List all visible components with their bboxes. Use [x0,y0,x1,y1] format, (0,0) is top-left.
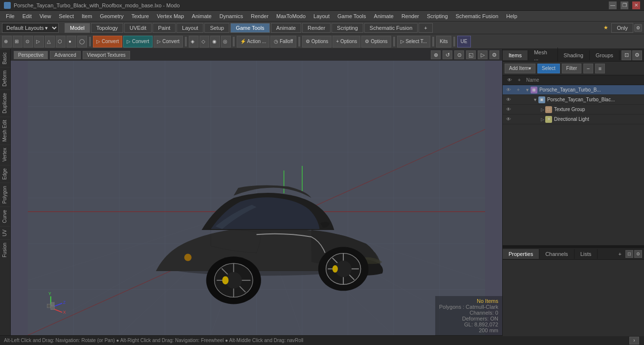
sidebar-item-basic[interactable]: Basic [0,49,10,67]
menu-dynamics[interactable]: Dynamics [216,12,247,20]
tab-lists[interactable]: Lists [575,249,598,259]
select-tool-2[interactable]: ⊞ [13,36,22,47]
menu-animate2[interactable]: Animate [370,12,398,20]
select-tool-7[interactable]: ● [67,36,76,47]
falloff-button[interactable]: ◷ Falloff [270,36,296,47]
menu-schematic-fusion[interactable]: Schematic Fusion [452,12,502,20]
menu-vertex-map[interactable]: Vertex Map [153,12,188,20]
menu-render2[interactable]: Render [398,12,423,20]
tab-mesh[interactable]: Mesh ... [528,47,558,63]
sidebar-item-polygon[interactable]: Polygon [0,183,10,207]
viewport-expand-icon[interactable]: ▷ [478,50,488,59]
expand-arrow[interactable]: ▼ [525,88,530,92]
menu-view[interactable]: View [36,12,55,20]
options-button-1[interactable]: ⚙ Options [302,36,332,47]
only-label[interactable]: Only [611,23,633,33]
select-tool-8[interactable]: ◯ [77,36,87,47]
tool-mode-2[interactable]: ◇ [200,36,209,47]
tab-game-tools[interactable]: Game Tools [230,23,270,33]
close-button[interactable]: ✕ [632,1,640,9]
settings-icon[interactable]: ⚙ [634,24,642,32]
tab-model[interactable]: Model [65,23,90,33]
menu-geometry[interactable]: Geometry [96,12,127,20]
sidebar-item-fusion[interactable]: Fusion [0,239,10,260]
expand-arrow[interactable]: ▷ [541,117,544,122]
tab-render[interactable]: Render [302,23,331,33]
sidebar-item-vertex[interactable]: Vertex [0,144,10,164]
menu-file[interactable]: File [2,12,19,20]
plus-icon[interactable]: + [513,87,523,92]
tab-channels[interactable]: Channels [539,249,574,259]
lower-panel-settings-icon[interactable]: ⚙ [634,250,642,258]
tab-paint[interactable]: Paint [153,23,176,33]
add-item-button[interactable]: Add Item ▾ [505,64,535,73]
tab-schematic-fusion[interactable]: Schematic Fusion [364,23,418,33]
tab-animate[interactable]: Animate [271,23,301,33]
convert-button-2[interactable]: ▷ Convert [123,36,153,47]
lower-panel-expand-icon[interactable]: ⊡ [625,250,633,258]
viewport-fit-icon[interactable]: ⊕ [431,50,441,59]
tab-items[interactable]: Items [503,50,528,60]
sidebar-item-uv[interactable]: UV [0,226,10,239]
menu-game-tools[interactable]: Game Tools [333,12,370,20]
panel-settings-icon[interactable]: ⚙ [632,50,642,60]
tool-mode-4[interactable]: ◎ [221,36,231,47]
minimize-button[interactable]: — [609,1,617,9]
tab-add[interactable]: + [419,23,432,33]
maximize-button[interactable]: ❐ [621,1,628,9]
viewport-zoom-icon[interactable]: ⊙ [454,50,464,59]
filter-button[interactable]: Filter [562,64,581,73]
list-item[interactable]: 👁 ▷ ⬚ Texture Group [503,105,644,115]
viewport-reset-icon[interactable]: ↺ [443,50,452,59]
select-button[interactable]: Select [537,64,560,73]
layout-dropdown[interactable]: Default Layouts ▾ [2,23,59,33]
tab-layout[interactable]: Layout [177,23,203,33]
sidebar-item-edge[interactable]: Edge [0,165,10,183]
menu-animate[interactable]: Animate [188,12,215,20]
tab-uvedit[interactable]: UVEdit [124,23,152,33]
menu-maxtomode[interactable]: MaxToModo [272,12,310,20]
tab-groups[interactable]: Groups [590,50,620,60]
sidebar-item-duplicate[interactable]: Duplicate [0,90,10,116]
tab-setup[interactable]: Setup [204,23,229,33]
menu-render[interactable]: Render [247,12,272,20]
select-tool-6[interactable]: ⬡ [56,36,66,47]
panel-expand-icon[interactable]: ⊡ [622,50,631,60]
list-item[interactable]: 👁 ▷ ☀ Directional Light [503,115,644,124]
tab-properties[interactable]: Properties [503,249,539,259]
eye-icon[interactable]: 👁 [504,97,513,102]
window-controls[interactable]: — ❐ ✕ [609,1,640,9]
select-t-button[interactable]: ▷ Select T... [397,36,431,47]
viewport-textures-btn[interactable]: Viewport Textures [83,51,130,59]
ue-icon-button[interactable]: UE [457,36,471,47]
options-button-3[interactable]: ⚙ Options [361,36,391,47]
menu-scripting[interactable]: Scripting [423,12,452,20]
eye-icon[interactable]: 👁 [504,107,513,112]
viewport-maximize-icon[interactable]: ◱ [466,50,476,59]
action-button[interactable]: ⚡ Action ... [237,36,269,47]
tool-mode-1[interactable]: ◈ [189,36,199,47]
expand-arrow[interactable]: ▼ [533,97,537,102]
expand-arrow[interactable]: ▷ [541,107,544,112]
tab-shading[interactable]: Shading [558,50,590,60]
items-minus-icon[interactable]: − [583,64,593,73]
statusbar-expand-btn[interactable]: › [629,337,639,345]
select-tool-5[interactable]: △ [45,36,55,47]
tab-topology[interactable]: Topology [91,23,123,33]
menu-item[interactable]: Item [78,12,96,20]
menu-layout[interactable]: Layout [310,12,333,20]
select-tool-4[interactable]: ▷ [34,36,44,47]
tool-mode-3[interactable]: ◉ [210,36,220,47]
lower-panel-add-btn[interactable]: + [615,249,625,259]
kits-button[interactable]: Kits [436,36,451,47]
viewport-perspective-btn[interactable]: Perspective [14,51,48,59]
list-item[interactable]: 👁 + ▼ ▦ Porsche_Taycan_Turbo_B... [503,85,644,95]
sidebar-item-curve[interactable]: Curve [0,207,10,226]
menu-help[interactable]: Help [502,12,521,20]
viewport-advanced-btn[interactable]: Advanced [50,51,80,59]
sidebar-item-mesh-edit[interactable]: Mesh Edit [0,116,10,144]
select-tool-3[interactable]: ⊙ [23,36,33,47]
options-button-2[interactable]: + Options [333,36,360,47]
viewport[interactable]: Perspective Advanced Viewport Textures ⊕… [11,49,502,335]
items-settings-icon[interactable]: ≡ [595,64,605,73]
